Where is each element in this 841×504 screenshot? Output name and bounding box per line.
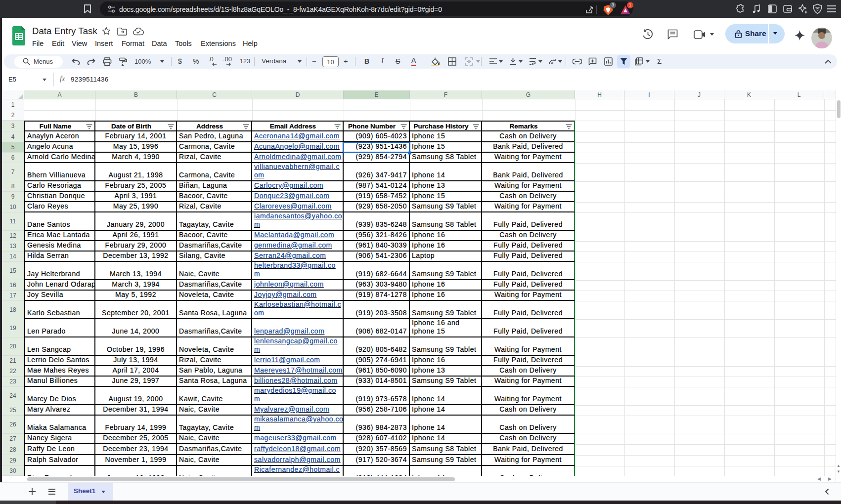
svg-text:A: A	[551, 61, 554, 65]
